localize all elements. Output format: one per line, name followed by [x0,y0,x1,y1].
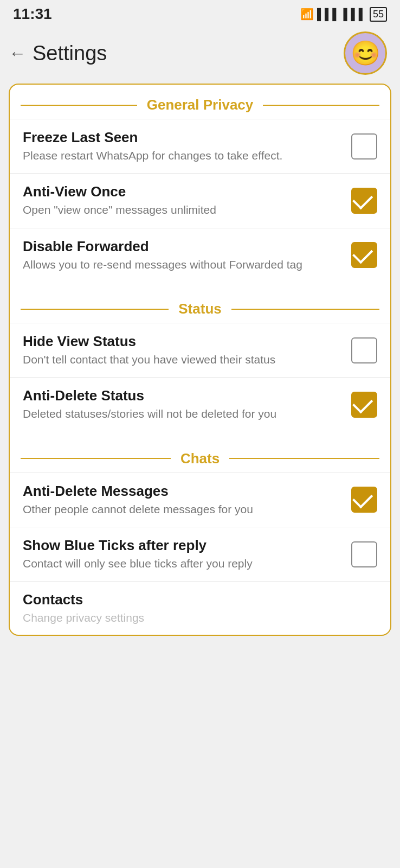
setting-desc-disable-forwarded: Allows you to re-send messages without F… [23,257,340,272]
signal-icon-2: ▌▌▌ [343,8,366,21]
setting-label-hide-view-status: Hide View Status [23,333,340,350]
setting-freeze-last-seen: Freeze Last Seen Please restart WhatsApp… [10,119,390,173]
setting-text-anti-view: Anti-View Once Open "view once" messages… [23,183,351,218]
setting-disable-forwarded: Disable Forwarded Allows you to re-send … [10,228,390,282]
section-line-status-right [231,309,379,310]
avatar[interactable]: 😊 [344,31,387,75]
checkbox-hide-view-status[interactable] [351,337,377,363]
setting-label-show-blue-ticks: Show Blue Ticks after reply [23,537,340,554]
setting-anti-delete-status: Anti-Delete Status Deleted statuses/stor… [10,377,390,431]
battery-icon: 55 [370,7,387,22]
setting-text-hide-view-status: Hide View Status Don't tell contact that… [23,333,351,367]
section-line-chats-left [21,458,171,459]
signal-icon: ▌▌▌ [317,8,340,21]
setting-hide-view-status: Hide View Status Don't tell contact that… [10,323,390,377]
setting-label-freeze: Freeze Last Seen [23,129,340,146]
setting-anti-delete-messages: Anti-Delete Messages Other people cannot… [10,473,390,527]
setting-desc-show-blue-ticks: Contact will only see blue ticks after y… [23,556,340,571]
checkbox-anti-delete-messages[interactable] [351,487,377,513]
setting-label-contacts: Contacts [23,591,366,608]
page-title: Settings [33,42,107,65]
status-icons: 📶 ▌▌▌ ▌▌▌ 55 [300,7,387,22]
checkbox-anti-delete-status[interactable] [351,392,377,418]
setting-show-blue-ticks: Show Blue Ticks after reply Contact will… [10,527,390,581]
header: ← Settings 😊 [0,26,400,84]
setting-desc-contacts: Change privacy settings [23,610,366,626]
back-button[interactable]: ← [9,43,26,63]
setting-text-anti-delete-messages: Anti-Delete Messages Other people cannot… [23,483,351,517]
section-line-chats-right [229,458,379,459]
checkbox-disable-forwarded[interactable] [351,242,377,268]
checkbox-show-blue-ticks[interactable] [351,541,377,567]
checkbox-anti-view-once[interactable] [351,188,377,214]
checkbox-freeze-last-seen[interactable] [351,133,377,159]
setting-text-freeze: Freeze Last Seen Please restart WhatsApp… [23,129,351,163]
setting-desc-anti-delete-messages: Other people cannot delete messages for … [23,502,340,517]
setting-text-show-blue-ticks: Show Blue Ticks after reply Contact will… [23,537,351,571]
section-header-chats: Chats [10,438,390,473]
setting-desc-hide-view-status: Don't tell contact that you have viewed … [23,352,340,367]
setting-label-disable-forwarded: Disable Forwarded [23,238,340,255]
setting-desc-anti-delete-status: Deleted statuses/stories will not be del… [23,406,340,422]
setting-label-anti-delete-messages: Anti-Delete Messages [23,483,340,500]
section-title-status: Status [174,301,225,317]
section-header-status: Status [10,289,390,323]
header-left: ← Settings [9,42,107,65]
section-line-status-left [21,309,169,310]
section-title-chats: Chats [176,450,224,467]
setting-contacts: Contacts Change privacy settings [10,581,390,629]
setting-text-disable-forwarded: Disable Forwarded Allows you to re-send … [23,238,351,272]
setting-label-anti-delete-status: Anti-Delete Status [23,387,340,404]
status-time: 11:31 [13,5,52,23]
section-line-left [21,105,137,106]
setting-text-anti-delete-status: Anti-Delete Status Deleted statuses/stor… [23,387,351,422]
setting-anti-view-once: Anti-View Once Open "view once" messages… [10,173,390,227]
section-line-right [263,105,379,106]
setting-text-contacts: Contacts Change privacy settings [23,591,377,626]
setting-desc-anti-view: Open "view once" messages unlimited [23,202,340,218]
section-title-general-privacy: General Privacy [143,97,258,113]
wifi-icon: 📶 [300,8,314,21]
status-bar: 11:31 📶 ▌▌▌ ▌▌▌ 55 [0,0,400,26]
section-header-general-privacy: General Privacy [10,85,390,119]
main-card: General Privacy Freeze Last Seen Please … [9,84,391,636]
avatar-emoji: 😊 [351,39,380,67]
setting-desc-freeze: Please restart WhatsApp for changes to t… [23,148,340,163]
setting-label-anti-view: Anti-View Once [23,183,340,200]
